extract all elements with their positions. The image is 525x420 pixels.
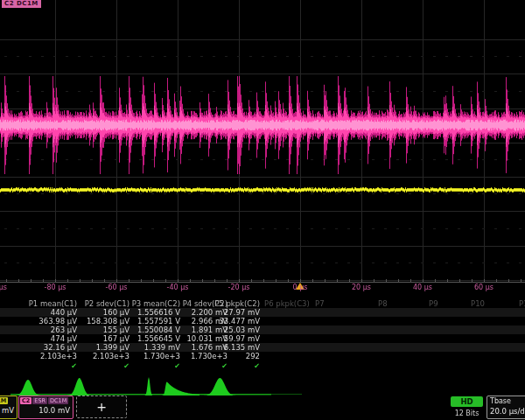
param-cell: 1.399 μV <box>96 343 130 352</box>
waveform-display-grid[interactable] <box>0 0 525 420</box>
axis-tick-label: -80 μs <box>45 284 66 291</box>
param-cell: 474 μV <box>51 334 77 343</box>
axis-tick-label: -40 μs <box>167 284 189 291</box>
tbase-scale-value: 20.0 μs/div <box>487 405 525 416</box>
param-header-unused[interactable]: P9 <box>429 299 438 308</box>
trace-label-c2[interactable]: C2 DC1M <box>2 0 41 8</box>
c1-coupling-badge: DC1M <box>0 397 8 404</box>
c2-scale-value: 10.0 mV <box>19 404 73 415</box>
param-header-unused[interactable]: P11 <box>519 299 525 308</box>
status-check-icon: ✔ <box>71 362 77 371</box>
c2-label-badge: C2 <box>20 397 32 404</box>
add-trace-button[interactable]: + <box>76 396 127 418</box>
param-cell: 167 μV <box>103 334 130 343</box>
param-cell: 1.891 mV <box>192 326 228 334</box>
c2-coupling-badge: DC1M <box>48 397 68 404</box>
oscilloscope-screen: C2 DC1M -100 μs-80 μs-60 μs-40 μs-20 μs0… <box>0 0 525 420</box>
axis-tick-label: 40 μs <box>413 284 432 291</box>
axis-tick-label: 0 μs <box>293 284 308 291</box>
param-cell: 32.16 μV <box>44 343 77 352</box>
param-cell: 1.556616 V <box>137 308 180 317</box>
param-cell: 1.730e+3 <box>191 352 228 360</box>
param-cell: 1.339 mV <box>144 343 180 352</box>
hd-bits-label: 12 Bits <box>451 410 483 417</box>
param-cell: 1.550084 V <box>137 326 180 334</box>
axis-tick-label: -60 μs <box>106 284 128 291</box>
table-row-stripe <box>0 308 525 317</box>
param-cell: 155 μV <box>103 326 130 334</box>
timebase-descriptor[interactable]: Tbase 20.0 μs/div <box>486 396 525 419</box>
param-cell: 263 μV <box>51 326 77 334</box>
axis-tick-label: -100 μs <box>0 284 7 291</box>
param-cell: 292 <box>246 352 260 360</box>
param-cell: 6.135 mV <box>224 343 260 352</box>
table-row-stripe <box>0 326 525 334</box>
param-cell: 363.98 μV <box>38 317 77 326</box>
tbase-label: Tbase <box>487 396 525 405</box>
param-cell: 158.308 μV <box>87 317 130 326</box>
param-cell: 10.031 mV <box>186 334 228 343</box>
status-check-icon: ✔ <box>221 362 228 371</box>
param-header-unused[interactable]: P7 <box>315 299 325 308</box>
param-cell: 1.676 mV <box>192 343 228 352</box>
param-cell: 2.103e+3 <box>93 352 130 360</box>
param-cell: 25.03 mV <box>224 326 260 334</box>
c2-esr-badge: ESR <box>32 397 47 404</box>
channel-descriptor-c2[interactable]: C2 ESR DC1M 10.0 mV <box>18 396 74 419</box>
param-header-unused[interactable]: P8 <box>378 299 388 308</box>
hd-mode-badge[interactable]: HD <box>451 396 483 407</box>
param-cell: 2.103e+3 <box>40 352 77 360</box>
param-cell: 1.730e+3 <box>144 352 180 360</box>
param-header[interactable]: P2 sdev(C1) <box>85 299 130 308</box>
table-row-stripe <box>0 343 525 352</box>
channel-descriptor-c1[interactable]: DC1M 10.0 mV <box>0 396 18 419</box>
param-cell: 1.557591 V <box>137 317 180 326</box>
axis-tick-label: -20 μs <box>228 284 250 291</box>
status-check-icon: ✔ <box>174 362 180 371</box>
status-check-icon: ✔ <box>254 362 260 371</box>
c1-scale-value: 10.0 mV <box>0 404 17 415</box>
param-header[interactable]: P1 mean(C1) <box>29 299 77 308</box>
param-cell: 1.556645 V <box>137 334 180 343</box>
param-header[interactable]: P3 mean(C2) <box>132 299 180 308</box>
axis-tick-label: 60 μs <box>474 284 494 291</box>
status-check-icon: ✔ <box>123 362 130 371</box>
param-header-unused[interactable]: P6 pkpk(C3) <box>264 299 310 308</box>
param-cell: 440 μV <box>51 308 77 317</box>
param-header[interactable]: P5 pkpk(C2) <box>214 299 260 308</box>
param-cell: 2.200 mV <box>192 308 228 317</box>
param-cell: 27.97 mV <box>224 308 260 317</box>
param-cell: 59.97 mV <box>224 334 260 343</box>
param-cell: 33.477 mV <box>219 317 260 326</box>
axis-tick-label: 20 μs <box>352 284 371 291</box>
param-header-unused[interactable]: P10 <box>471 299 485 308</box>
param-cell: 160 μV <box>103 308 130 317</box>
